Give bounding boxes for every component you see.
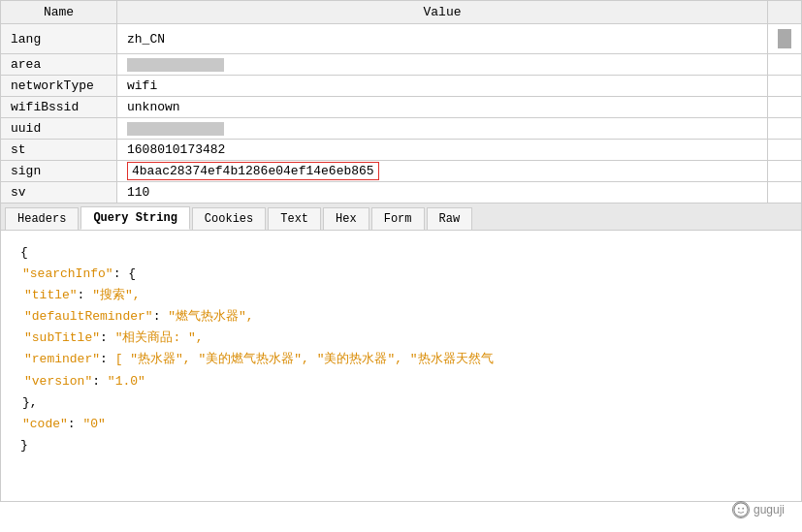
json-line: "reminder": [ "热水器", "美的燃气热水器", "美的热水器",… — [20, 349, 782, 370]
table-row-value: 110 — [117, 182, 768, 203]
col-header-value: Value — [117, 1, 768, 24]
json-line: { — [20, 242, 782, 264]
tab-headers[interactable]: Headers — [5, 207, 79, 230]
tab-form[interactable]: Form — [371, 207, 425, 230]
table-row-value: zh_CN — [117, 24, 768, 54]
table-row-value: unknown — [117, 97, 768, 118]
table-row-value — [117, 54, 768, 76]
col-header-name: Name — [1, 1, 117, 24]
watermark-label: guguji — [754, 503, 785, 516]
tab-hex[interactable]: Hex — [323, 207, 369, 230]
watermark-icon — [732, 501, 750, 518]
scrollbar[interactable] — [768, 182, 802, 203]
json-line: }, — [20, 392, 782, 414]
json-line: "title": "搜索", — [20, 285, 782, 306]
json-line: "code": "0" — [20, 414, 782, 435]
scrollbar[interactable] — [768, 161, 802, 182]
table-row-name: networkType — [1, 76, 117, 97]
scrollbar[interactable] — [768, 118, 802, 140]
tab-cookies[interactable]: Cookies — [192, 207, 266, 230]
table-row-value — [117, 118, 768, 140]
scrollbar[interactable] — [768, 24, 802, 54]
tab-query-string[interactable]: Query String — [80, 206, 189, 230]
watermark: guguji — [732, 501, 785, 518]
params-table: Name Value langzh_CNarea networkTypewifi… — [0, 0, 802, 203]
table-row-value: 4baac28374ef4b1286e04ef14e6eb865 — [117, 161, 768, 182]
table-row-name: uuid — [1, 118, 117, 140]
scrollbar[interactable] — [768, 76, 802, 97]
table-row-name: lang — [1, 24, 117, 54]
tab-raw[interactable]: Raw — [427, 207, 473, 230]
tab-text[interactable]: Text — [268, 207, 321, 230]
svg-point-2 — [742, 508, 744, 510]
table-row-value: wifi — [117, 76, 768, 97]
table-row-name: sv — [1, 182, 117, 203]
table-row-name: sign — [1, 161, 117, 182]
scrollbar[interactable] — [768, 54, 802, 76]
svg-point-0 — [734, 503, 748, 516]
json-line: } — [20, 435, 782, 456]
json-line: "defaultReminder": "燃气热水器", — [20, 306, 782, 328]
scrollbar[interactable] — [768, 140, 802, 161]
table-row-value: 1608010173482 — [117, 140, 768, 161]
table-row-name: area — [1, 54, 117, 76]
table-row-name: st — [1, 140, 117, 161]
json-content-area: {"searchInfo": {"title": "搜索","defaultRe… — [0, 231, 802, 502]
svg-point-1 — [738, 508, 740, 510]
tabs-bar: HeadersQuery StringCookiesTextHexFormRaw — [0, 203, 802, 231]
json-line: "subTitle": "相关商品: ", — [20, 328, 782, 349]
json-line: "version": "1.0" — [20, 371, 782, 392]
table-row-name: wifiBssid — [1, 97, 117, 118]
scrollbar[interactable] — [768, 97, 802, 118]
json-line: "searchInfo": { — [20, 264, 782, 285]
